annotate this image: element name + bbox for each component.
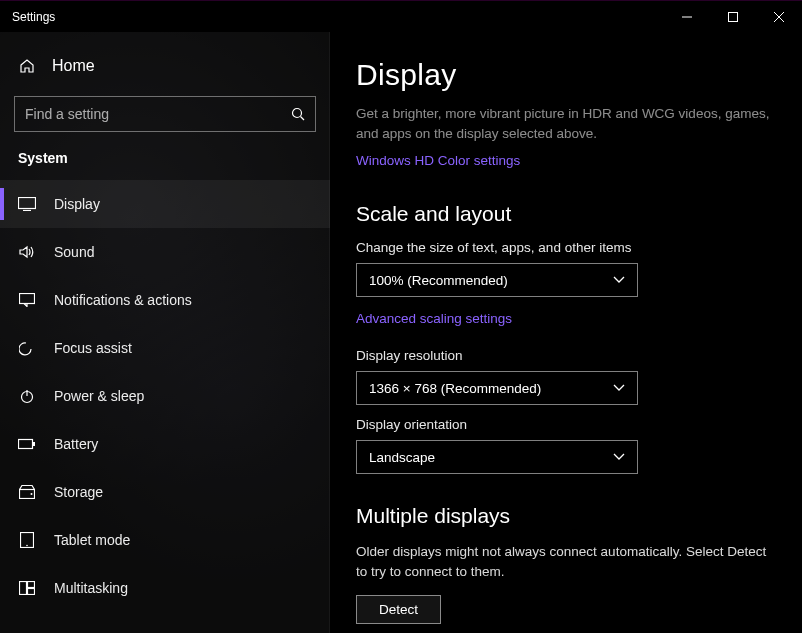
sidebar-item-label: Display (54, 196, 100, 212)
scale-layout-heading: Scale and layout (356, 202, 776, 226)
scale-dropdown[interactable]: 100% (Recommended) (356, 263, 638, 297)
search-input[interactable] (14, 96, 316, 132)
multitasking-icon (18, 581, 36, 595)
svg-rect-5 (19, 440, 33, 449)
home-icon (18, 58, 36, 74)
resolution-dropdown[interactable]: 1366 × 768 (Recommended) (356, 371, 638, 405)
titlebar: Settings (0, 0, 802, 32)
sidebar-item-label: Notifications & actions (54, 292, 192, 308)
hd-color-settings-link[interactable]: Windows HD Color settings (356, 153, 520, 168)
tablet-icon (18, 532, 36, 548)
sidebar-item-display[interactable]: Display (0, 180, 330, 228)
sidebar-item-label: Tablet mode (54, 532, 130, 548)
sidebar-item-power-sleep[interactable]: Power & sleep (0, 372, 330, 420)
sidebar-item-label: Focus assist (54, 340, 132, 356)
sidebar: Home System Display Sound Notifications … (0, 32, 330, 633)
detect-button[interactable]: Detect (356, 595, 441, 624)
sound-icon (18, 245, 36, 259)
home-label: Home (52, 57, 95, 75)
chevron-down-icon (613, 276, 625, 284)
chevron-down-icon (613, 453, 625, 461)
maximize-button[interactable] (710, 1, 756, 33)
battery-icon (18, 438, 36, 450)
minimize-button[interactable] (664, 1, 710, 33)
scale-label: Change the size of text, apps, and other… (356, 240, 776, 255)
sidebar-section-label: System (0, 146, 330, 180)
svg-rect-12 (28, 582, 35, 588)
svg-point-8 (31, 493, 33, 495)
sidebar-item-label: Sound (54, 244, 94, 260)
advanced-scaling-link[interactable]: Advanced scaling settings (356, 311, 512, 326)
svg-point-1 (293, 109, 302, 118)
svg-rect-11 (20, 582, 27, 595)
display-icon (18, 197, 36, 211)
page-title: Display (356, 58, 776, 92)
sidebar-item-focus-assist[interactable]: Focus assist (0, 324, 330, 372)
sidebar-item-storage[interactable]: Storage (0, 468, 330, 516)
sidebar-item-label: Multitasking (54, 580, 128, 596)
sidebar-item-battery[interactable]: Battery (0, 420, 330, 468)
orientation-dropdown[interactable]: Landscape (356, 440, 638, 474)
close-button[interactable] (756, 1, 802, 33)
hdr-description: Get a brighter, more vibrant picture in … (356, 104, 776, 143)
resolution-value: 1366 × 768 (Recommended) (369, 381, 541, 396)
notifications-icon (18, 293, 36, 307)
svg-point-10 (26, 545, 28, 547)
sidebar-item-label: Battery (54, 436, 98, 452)
focus-assist-icon (18, 340, 36, 356)
sidebar-item-multitasking[interactable]: Multitasking (0, 564, 330, 612)
sidebar-item-label: Power & sleep (54, 388, 144, 404)
chevron-down-icon (613, 384, 625, 392)
svg-rect-0 (729, 12, 738, 21)
home-link[interactable]: Home (0, 44, 330, 88)
resolution-label: Display resolution (356, 348, 776, 363)
sidebar-item-tablet-mode[interactable]: Tablet mode (0, 516, 330, 564)
search-icon (291, 107, 305, 121)
sidebar-item-sound[interactable]: Sound (0, 228, 330, 276)
scale-value: 100% (Recommended) (369, 273, 508, 288)
svg-rect-2 (19, 198, 36, 209)
storage-icon (18, 485, 36, 499)
window-title: Settings (12, 10, 55, 24)
power-icon (18, 388, 36, 404)
svg-rect-3 (20, 294, 35, 304)
multiple-displays-description: Older displays might not always connect … (356, 542, 776, 581)
svg-rect-6 (33, 442, 35, 446)
multiple-displays-heading: Multiple displays (356, 504, 776, 528)
sidebar-item-label: Storage (54, 484, 103, 500)
main-content: Display Get a brighter, more vibrant pic… (330, 32, 802, 633)
orientation-label: Display orientation (356, 417, 776, 432)
sidebar-item-notifications[interactable]: Notifications & actions (0, 276, 330, 324)
svg-rect-13 (28, 589, 35, 595)
orientation-value: Landscape (369, 450, 435, 465)
